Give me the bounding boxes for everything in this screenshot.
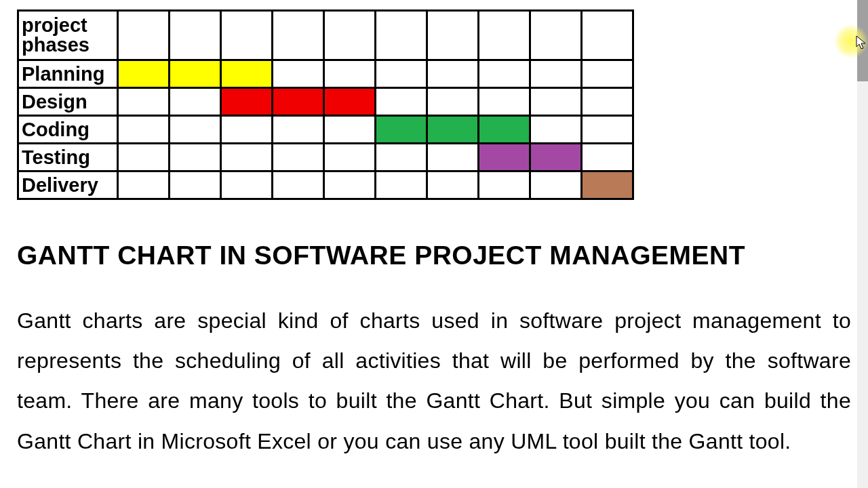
- gantt-cell-coding-6: [376, 116, 427, 144]
- gantt-cell-planning-3: [221, 60, 273, 88]
- gantt-cell-coding-7: [427, 116, 479, 144]
- scrollbar-vertical[interactable]: [857, 0, 868, 488]
- table-row: Testing: [18, 144, 633, 171]
- gantt-cell-testing-9: [530, 144, 582, 171]
- gantt-cell-delivery-10: [582, 171, 633, 199]
- scrollbar-thumb[interactable]: [857, 0, 868, 81]
- table-row-header: project phases: [18, 11, 633, 60]
- gantt-cell-planning-2: [170, 60, 221, 88]
- gantt-cell-coding-8: [479, 116, 530, 144]
- gantt-cell-design-4: [273, 88, 324, 116]
- gantt-chart-table: project phases Planning Design Coding: [17, 9, 634, 200]
- row-label-coding: Coding: [18, 116, 118, 144]
- row-label-design: Design: [18, 88, 118, 116]
- table-row: Planning: [18, 60, 633, 88]
- table-row: Design: [18, 88, 633, 116]
- table-row: Delivery: [18, 171, 633, 199]
- gantt-cell-testing-8: [479, 144, 530, 171]
- row-label-project-phases: project phases: [18, 11, 118, 60]
- page-heading: GANTT CHART IN SOFTWARE PROJECT MANAGEME…: [17, 241, 851, 270]
- row-label-testing: Testing: [18, 144, 118, 171]
- gantt-cell-design-3: [221, 88, 273, 116]
- gantt-cell-planning-1: [118, 60, 170, 88]
- table-row: Coding: [18, 116, 633, 144]
- row-label-planning: Planning: [18, 60, 118, 88]
- gantt-cell-design-5: [324, 88, 376, 116]
- row-label-delivery: Delivery: [18, 171, 118, 199]
- body-paragraph: Gantt charts are special kind of charts …: [17, 301, 851, 462]
